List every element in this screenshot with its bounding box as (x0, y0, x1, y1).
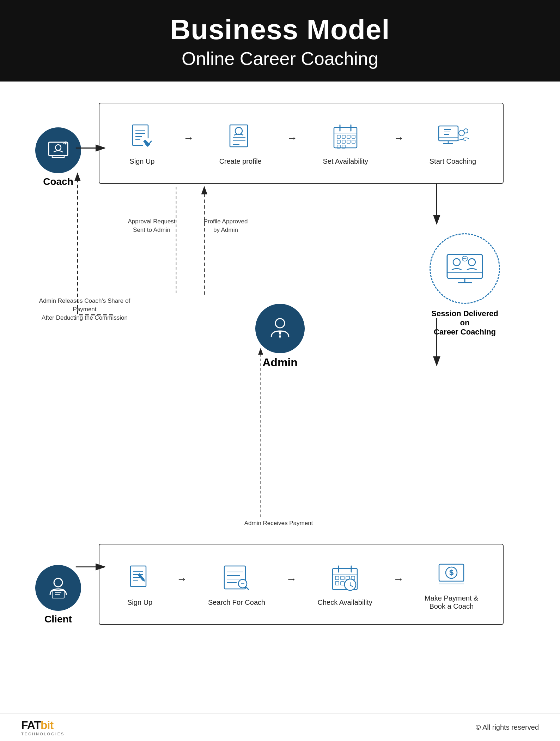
svg-rect-22 (347, 135, 350, 138)
svg-point-49 (54, 578, 62, 587)
page-title: Business Model (0, 14, 560, 45)
arrow3: → (394, 132, 404, 144)
coach-coaching-icon (437, 121, 469, 153)
arrow4: → (177, 573, 187, 585)
svg-rect-25 (342, 140, 345, 143)
svg-point-48 (465, 258, 467, 259)
svg-rect-72 (335, 576, 339, 580)
coach-label: Coach (43, 176, 73, 187)
annotation-approval: Approval RequestSent to Admin (123, 217, 180, 234)
client-step-search: Search For Coach (208, 562, 265, 607)
admin-icon (267, 315, 293, 342)
admin-role: Admin (255, 304, 305, 369)
coach-icon (46, 138, 71, 163)
svg-rect-50 (52, 590, 64, 598)
svg-point-38 (464, 129, 468, 133)
annotation-admin-receives: Admin Receives Payment (233, 519, 324, 528)
svg-rect-21 (342, 135, 345, 138)
client-role: Client (35, 565, 81, 625)
brand-name: FATbit (21, 719, 53, 732)
session-delivery: Session Delivered onCareer Coaching (430, 233, 500, 337)
svg-rect-20 (337, 135, 340, 138)
svg-rect-24 (337, 140, 340, 143)
brand-logo: FATbit TECHNOLOGIES (21, 719, 65, 736)
arrow2: → (287, 132, 298, 144)
brand-subtitle: TECHNOLOGIES (21, 732, 65, 736)
client-circle (35, 565, 81, 611)
session-icon (445, 251, 484, 286)
arrow1: → (183, 132, 194, 144)
client-label: Client (44, 614, 72, 625)
svg-rect-27 (352, 140, 355, 143)
svg-text:$: $ (449, 568, 454, 577)
svg-rect-26 (347, 140, 350, 143)
coach-profile-icon (225, 121, 256, 153)
client-signup-label: Sign Up (127, 598, 152, 607)
svg-point-47 (464, 258, 465, 259)
client-step-check: Check Availability (318, 562, 372, 607)
coach-circle (35, 127, 81, 173)
coach-flow-box: Sign Up → Creat (99, 103, 504, 184)
client-steps-row: Sign Up → (114, 555, 489, 614)
client-signup-icon (124, 562, 156, 594)
svg-rect-11 (230, 125, 248, 147)
svg-point-3 (55, 145, 61, 150)
client-payment-icon: $ (436, 558, 467, 590)
coach-coaching-label: Start Coaching (430, 157, 476, 165)
svg-rect-23 (352, 135, 355, 138)
coach-signup-icon (126, 121, 158, 153)
session-circle (430, 233, 500, 304)
coach-profile-label: Create profile (219, 157, 262, 165)
svg-point-45 (468, 259, 475, 266)
coach-role: Coach (35, 127, 81, 187)
coach-step-coaching: Start Coaching (430, 121, 476, 165)
svg-rect-53 (130, 566, 146, 586)
coach-signup-label: Sign Up (129, 157, 154, 165)
svg-point-15 (235, 127, 242, 134)
client-icon (46, 576, 71, 600)
page-header: Business Model Online Career Coaching (0, 0, 560, 82)
admin-label: Admin (262, 356, 298, 369)
client-check-icon (329, 562, 361, 594)
client-search-label: Search For Coach (208, 598, 265, 607)
annotation-profile-approved: Profile Approvedby Admin (197, 217, 254, 234)
client-check-label: Check Availability (318, 598, 372, 607)
page-subtitle: Online Career Coaching (0, 48, 560, 69)
coach-availability-label: Set Availability (323, 157, 368, 165)
coach-availability-icon (330, 121, 361, 153)
client-step-payment: $ Make Payment &Book a Coach (425, 558, 478, 610)
coach-steps-row: Sign Up → Creat (114, 114, 489, 173)
svg-rect-30 (439, 126, 458, 141)
svg-line-66 (245, 586, 249, 590)
coach-step-profile: Create profile (219, 121, 262, 165)
svg-point-39 (275, 319, 285, 328)
svg-rect-76 (335, 582, 339, 585)
svg-rect-40 (447, 254, 482, 278)
annotation-admin-releases: Admin Releases Coach's Share of PaymentA… (39, 297, 130, 322)
arrow6: → (393, 573, 404, 585)
admin-circle (255, 304, 305, 353)
session-label: Session Delivered onCareer Coaching (430, 309, 500, 337)
diagram: Coach (28, 99, 532, 699)
client-search-icon (221, 562, 252, 594)
arrow5: → (286, 573, 297, 585)
main-content: Coach (0, 82, 560, 713)
client-step-signup: Sign Up (124, 562, 156, 607)
page-footer: FATbit TECHNOLOGIES © All rights reserve… (0, 713, 560, 741)
svg-point-44 (453, 259, 460, 266)
coach-step-signup: Sign Up (126, 121, 158, 165)
svg-rect-77 (341, 582, 344, 585)
client-flow-box: Sign Up → (99, 544, 504, 625)
coach-step-availability: Set Availability (323, 121, 368, 165)
client-payment-label: Make Payment &Book a Coach (425, 594, 478, 610)
svg-point-46 (463, 258, 464, 259)
svg-rect-73 (341, 576, 344, 580)
copyright-text: © All rights reserved (476, 723, 539, 731)
